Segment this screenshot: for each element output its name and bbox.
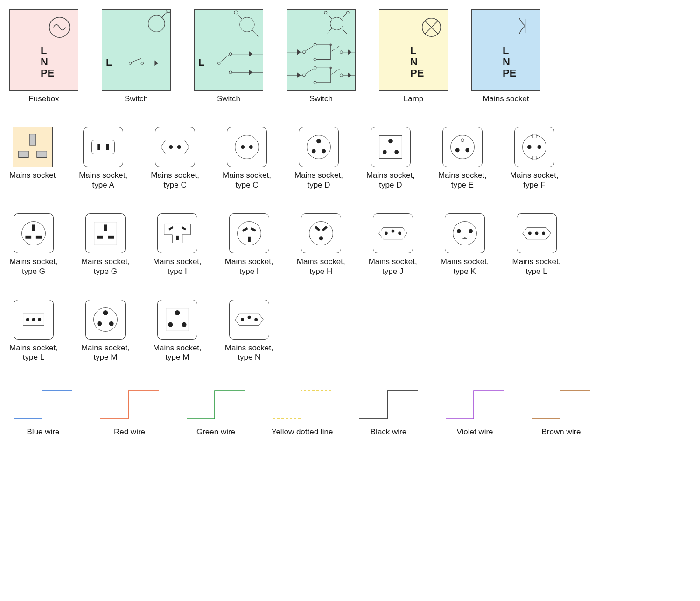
svg-point-114 <box>38 318 41 321</box>
socket-type-m-square[interactable]: Mains socket,type M <box>153 300 202 363</box>
socket-type-d-square[interactable]: Mains socket,type D <box>366 127 415 190</box>
svg-point-107 <box>469 229 473 233</box>
svg-rect-57 <box>36 151 46 158</box>
symbol-switch-1[interactable]: L Switch <box>102 9 171 104</box>
svg-point-108 <box>528 232 531 235</box>
caption: Mains socket <box>483 94 529 104</box>
socket-type-j[interactable]: Mains socket,type J <box>369 213 417 276</box>
symbol-mains-socket-box[interactable]: L N PE Mains socket <box>471 9 540 104</box>
text-PE: PE <box>410 68 424 79</box>
svg-point-3 <box>167 10 170 13</box>
caption: Mains socket,type D <box>294 171 343 190</box>
socket-type-i-flat[interactable]: Mains socket,type I <box>153 213 202 276</box>
text-N: N <box>503 56 516 68</box>
caption: Red wire <box>114 427 145 437</box>
text-L: L <box>410 45 424 56</box>
svg-point-81 <box>527 145 532 149</box>
caption: Mains socket,type C <box>223 171 271 190</box>
caption: Mains socket,type J <box>369 257 417 276</box>
svg-point-68 <box>312 149 316 154</box>
caption: Mains socket,type F <box>510 171 559 190</box>
svg-point-30 <box>314 43 316 46</box>
caption: Mains socket,type D <box>366 171 415 190</box>
symbol-switch-2[interactable]: L Switch <box>194 9 263 104</box>
wire-green-wire[interactable]: Green wire <box>182 386 250 437</box>
svg-line-12 <box>252 30 258 36</box>
socket-type-l-rect[interactable]: Mains socket,type L <box>9 300 58 363</box>
socket-type-m-round[interactable]: Mains socket,type M <box>81 300 130 363</box>
wire-yellow-dotted-line[interactable]: Yellow dotted line <box>268 386 336 437</box>
svg-rect-95 <box>242 227 248 232</box>
socket-type-d-round[interactable]: Mains socket,type D <box>294 127 343 190</box>
svg-point-20 <box>330 17 343 30</box>
svg-line-25 <box>327 28 332 34</box>
text-N: N <box>41 56 54 68</box>
svg-point-7 <box>141 62 144 64</box>
svg-line-6 <box>131 59 141 63</box>
socket-type-e[interactable]: Mains socket,type E <box>438 127 487 190</box>
text-PE: PE <box>41 68 54 79</box>
svg-point-64 <box>241 145 245 149</box>
symbol-switch-3[interactable]: Switch <box>287 9 356 104</box>
svg-point-82 <box>537 145 541 149</box>
socket-type-l-hex[interactable]: Mains socket,type L <box>512 213 561 276</box>
svg-point-106 <box>457 229 461 233</box>
socket-mains-uk-orange[interactable]: Mains socket <box>9 127 56 190</box>
socket-type-f[interactable]: Mains socket,type F <box>510 127 559 190</box>
svg-rect-99 <box>315 226 320 231</box>
wire-violet-wire[interactable]: Violet wire <box>441 386 509 437</box>
wire-blue-wire[interactable]: Blue wire <box>9 386 77 437</box>
wire-red-wire[interactable]: Red wire <box>96 386 163 437</box>
svg-rect-88 <box>104 225 107 231</box>
svg-point-11 <box>234 11 238 14</box>
svg-rect-85 <box>25 236 31 239</box>
caption: Switch <box>125 94 148 104</box>
svg-point-116 <box>103 310 108 315</box>
caption: Mains socket,type G <box>9 257 58 276</box>
svg-point-63 <box>235 135 259 159</box>
symbol-fusebox[interactable]: L N PE Fusebox <box>9 9 78 104</box>
caption: Black wire <box>371 427 406 437</box>
svg-point-113 <box>32 318 35 321</box>
svg-rect-90 <box>108 236 114 239</box>
wire-brown-wire[interactable]: Brown wire <box>527 386 595 437</box>
caption: Lamp <box>404 94 424 104</box>
socket-type-c-hex[interactable]: Mains socket,type C <box>151 127 199 190</box>
svg-point-101 <box>319 237 323 241</box>
socket-type-g-round[interactable]: Mains socket,type G <box>9 213 58 276</box>
svg-point-117 <box>97 321 102 326</box>
socket-type-h[interactable]: Mains socket,type H <box>297 213 345 276</box>
socket-type-n[interactable]: Mains socket,type N <box>225 300 273 363</box>
svg-point-120 <box>175 310 180 315</box>
caption: Switch <box>309 94 333 104</box>
socket-type-g-square[interactable]: Mains socket,type G <box>81 213 130 276</box>
svg-line-26 <box>341 28 347 34</box>
svg-point-33 <box>314 58 316 61</box>
svg-point-66 <box>307 135 331 159</box>
svg-point-24 <box>346 11 349 14</box>
text-PE: PE <box>503 68 516 79</box>
svg-line-36 <box>332 46 340 51</box>
socket-type-c-round[interactable]: Mains socket,type C <box>223 127 271 190</box>
symbol-lamp[interactable]: L N PE Lamp <box>379 9 448 104</box>
svg-rect-100 <box>322 226 327 231</box>
caption: Mains socket <box>9 171 56 180</box>
caption: Mains socket,type H <box>297 257 345 276</box>
caption: Mains socket,type M <box>81 343 130 363</box>
svg-rect-56 <box>18 151 28 158</box>
svg-line-23 <box>341 14 347 19</box>
wire-black-wire[interactable]: Black wire <box>355 386 422 437</box>
socket-type-k[interactable]: Mains socket,type K <box>441 213 489 276</box>
svg-rect-97 <box>248 237 251 242</box>
caption: Mains socket,type G <box>81 257 130 276</box>
svg-point-121 <box>168 322 173 327</box>
text-L: L <box>41 45 54 56</box>
svg-point-61 <box>169 145 173 149</box>
svg-rect-93 <box>176 236 179 240</box>
svg-point-71 <box>388 139 393 144</box>
caption: Mains socket,type L <box>512 257 561 276</box>
socket-type-a[interactable]: Mains socket,type A <box>79 127 127 190</box>
caption: Brown wire <box>541 427 581 437</box>
socket-type-i-round[interactable]: Mains socket,type I <box>225 213 273 276</box>
caption: Mains socket,type A <box>79 171 127 190</box>
